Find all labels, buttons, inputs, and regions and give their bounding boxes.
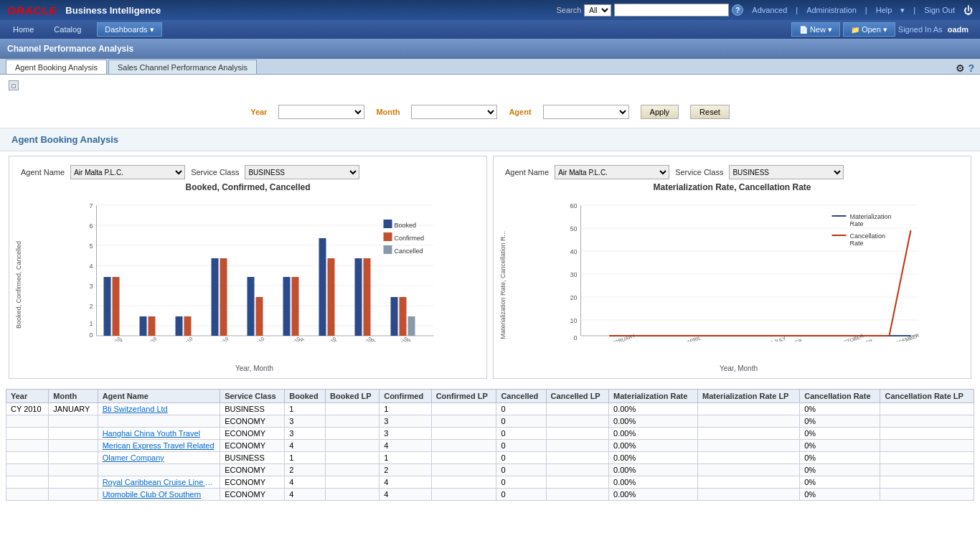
tab-agent-booking[interactable]: Agent Booking Analysis — [6, 60, 107, 74]
col-confirmed-lp: Confirmed LP — [431, 390, 496, 403]
svg-text:0: 0 — [89, 331, 93, 339]
chart1-svg-wrap: 7 6 5 4 3 2 1 0 — [28, 198, 481, 372]
chart2-content: Materialization Rate, Cancellation R... … — [499, 198, 965, 372]
chart2-y-label: Materialization Rate, Cancellation R... — [499, 231, 507, 339]
agent-name-cell[interactable]: Bti Switzerland Ltd — [98, 403, 220, 415]
search-help-icon[interactable]: ? — [732, 4, 743, 16]
chart1-controls: Agent Name Air Malta P.L.C. Service Clas… — [15, 162, 481, 182]
svg-text:Rate: Rate — [850, 240, 864, 247]
table-row: CY 2010JANUARYBti Switzerland LtdBUSINES… — [6, 403, 974, 415]
svg-text:Materialization: Materialization — [850, 213, 892, 220]
chart1-sc-select[interactable]: BUSINESS — [245, 165, 359, 179]
svg-text:CY 2010: CY 2010 — [248, 336, 265, 342]
agent-filter-select[interactable] — [543, 105, 629, 119]
svg-rect-33 — [292, 277, 299, 336]
username-label: oadm — [948, 25, 969, 34]
table-header: Year Month Agent Name Service Class Book… — [6, 390, 974, 403]
search-input[interactable] — [614, 4, 729, 17]
chart2-agent-select[interactable]: Air Malta P.L.C. — [555, 165, 669, 179]
col-cancelled: Cancelled — [496, 390, 546, 403]
year-filter-select[interactable] — [278, 105, 364, 119]
search-label: Search — [556, 6, 581, 14]
table-row: ECONOMY3300.00%0% — [6, 415, 974, 428]
svg-text:3: 3 — [89, 283, 93, 290]
data-table-wrapper: Year Month Agent Name Service Class Book… — [0, 389, 980, 501]
svg-rect-17 — [104, 277, 111, 336]
sign-out-link[interactable]: Sign Out — [924, 6, 955, 14]
section-controls: □ — [0, 75, 980, 96]
chart1-y-label: Booked, Confirmed, Cancelled — [15, 241, 22, 329]
svg-text:50: 50 — [570, 225, 577, 232]
minimize-button[interactable]: □ — [9, 80, 19, 90]
home-link[interactable]: Home — [9, 25, 38, 34]
svg-text:CY 2010: CY 2010 — [141, 336, 158, 342]
apply-button[interactable]: Apply — [641, 105, 679, 119]
administration-link[interactable]: Administration — [806, 6, 857, 14]
tab-sales-channel[interactable]: Sales Channel Performance Analysis — [108, 60, 257, 74]
svg-text:CY 2010 OCTOBER: CY 2010 OCTOBER — [820, 333, 864, 342]
help-link[interactable]: Help — [876, 6, 892, 14]
svg-text:2: 2 — [89, 303, 93, 310]
second-nav-bar: Home Catalog Dashboards▾ 📄 New▾ 📁 Open▾ … — [0, 20, 980, 39]
svg-rect-18 — [113, 277, 120, 336]
help-page-icon[interactable]: ? — [968, 62, 974, 74]
chart2-sc-label: Service Class — [675, 168, 723, 176]
chart1-svg: 7 6 5 4 3 2 1 0 — [28, 198, 481, 342]
search-scope-dropdown[interactable]: All — [584, 4, 611, 17]
open-button[interactable]: 📁 Open▾ — [843, 22, 895, 37]
chart2-panel: Agent Name Air Malta P.L.C. Service Clas… — [493, 156, 971, 379]
bi-title: Business Intelligence — [65, 5, 161, 16]
chart2-svg-wrap: 60 50 40 30 20 10 0 — [512, 198, 965, 372]
table-row: Merican Express Travel RelatedECONOMY440… — [6, 440, 974, 452]
agent-name-cell[interactable]: Utomobile Club Of Southern — [98, 489, 220, 501]
agent-filter-label: Agent — [509, 108, 531, 116]
svg-rect-20 — [140, 316, 147, 336]
svg-text:5: 5 — [89, 242, 93, 250]
agent-name-cell[interactable]: Royal Caribbean Cruise Line A/S — [98, 476, 220, 489]
chart2-x-label: Year, Month — [512, 364, 965, 372]
dashboards-dropdown[interactable]: Dashboards▾ — [97, 22, 161, 37]
col-can-rate-lp: Cancellation Rate LP — [880, 390, 974, 403]
svg-text:60: 60 — [570, 202, 577, 209]
svg-rect-24 — [184, 316, 192, 336]
chart1-content: Booked, Confirmed, Cancelled 7 — [15, 198, 481, 372]
filter-bar: Year Month Agent Apply Reset — [0, 96, 980, 128]
col-booked: Booked — [285, 390, 326, 403]
month-filter-select[interactable] — [411, 105, 497, 119]
chart1-agent-select[interactable]: Air Malta P.L.C. — [70, 165, 185, 179]
col-cancelled-lp: Cancelled LP — [546, 390, 608, 403]
table-row: ECONOMY2200.00%0% — [6, 464, 974, 476]
col-mat-rate: Materialization Rate — [609, 390, 698, 403]
svg-rect-27 — [220, 258, 227, 336]
chart2-sc-select[interactable]: BUSINESS — [729, 165, 844, 179]
table-body: CY 2010JANUARYBti Switzerland LtdBUSINES… — [6, 403, 974, 501]
agent-name-cell[interactable]: Merican Express Travel Related — [98, 440, 220, 452]
agent-name-cell[interactable]: Olamer Company — [98, 452, 220, 464]
svg-text:4: 4 — [89, 263, 93, 270]
svg-rect-36 — [328, 258, 335, 336]
page-title-bar: Channel Performance Analysis — [0, 39, 980, 59]
search-area: Search All ? — [556, 4, 743, 17]
svg-text:7: 7 — [89, 202, 93, 209]
svg-text:1: 1 — [89, 320, 93, 327]
settings-icon[interactable]: ⚙ — [956, 62, 965, 74]
svg-rect-30 — [256, 297, 263, 336]
charts-area: Agent Name Air Malta P.L.C. Service Clas… — [0, 151, 980, 389]
svg-rect-21 — [149, 316, 156, 336]
catalog-link[interactable]: Catalog — [50, 25, 85, 34]
new-button[interactable]: 📄 New▾ — [791, 22, 840, 37]
svg-rect-62 — [384, 220, 392, 228]
svg-text:Confirmed: Confirmed — [395, 235, 425, 242]
chart2-title: Materialization Rate, Cancellation Rate — [499, 182, 965, 192]
month-cell: JANUARY — [49, 403, 98, 415]
tab-strip: Agent Booking Analysis Sales Channel Per… — [0, 59, 980, 75]
col-agent: Agent Name — [98, 390, 220, 403]
col-month: Month — [49, 390, 98, 403]
col-can-rate: Cancellation Rate — [800, 390, 880, 403]
advanced-link[interactable]: Advanced — [752, 6, 787, 14]
reset-button[interactable]: Reset — [690, 105, 730, 119]
chart2-controls: Agent Name Air Malta P.L.C. Service Clas… — [499, 162, 965, 182]
svg-text:CY 2010 DECEMBER: CY 2010 DECEMBER — [872, 333, 920, 342]
agent-name-cell[interactable]: Hanghai China Youth Travel — [98, 428, 220, 440]
table-row: Utomobile Club Of SouthernECONOMY4400.00… — [6, 489, 974, 501]
